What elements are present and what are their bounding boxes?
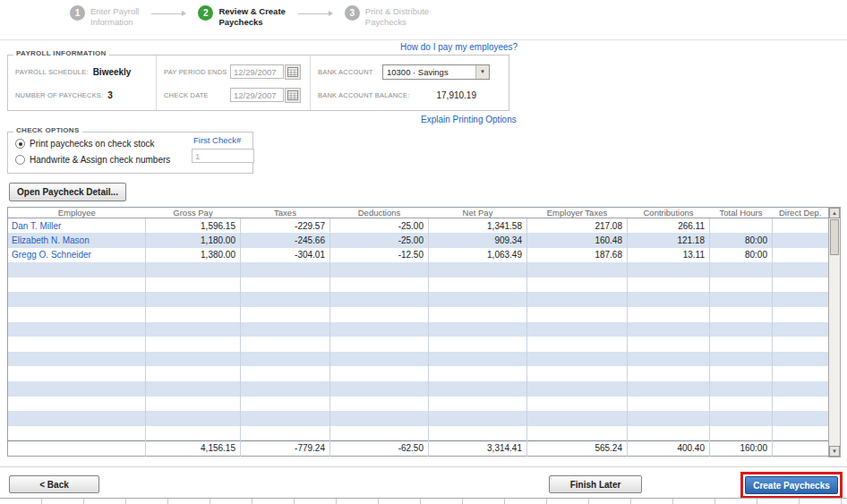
calendar-icon[interactable] <box>285 88 301 103</box>
empty-cell <box>710 292 773 307</box>
step-2-label: Review & Create Paychecks <box>218 5 285 29</box>
review-create-paychecks-window: 1 Enter Payroll Information 2 Review & C… <box>0 0 847 504</box>
pay-period-ends-input[interactable] <box>230 64 284 79</box>
check-date-input[interactable] <box>230 88 284 102</box>
empty-cell <box>628 397 710 412</box>
table-row[interactable]: Gregg O. Schneider 1,380.00 -304.01 -12.… <box>8 248 829 263</box>
table-row[interactable]: Elizabeth N. Mason 1,180.00 -245.66 -25.… <box>8 233 829 248</box>
open-paycheck-detail-button[interactable]: Open Paycheck Detail... <box>9 183 126 201</box>
table-row-empty[interactable] <box>8 366 829 381</box>
gross-pay-cell: 1,380.00 <box>146 248 241 263</box>
empty-cell <box>429 352 527 367</box>
empty-cell <box>8 307 146 322</box>
empty-cell <box>773 322 829 337</box>
finish-later-button[interactable]: Finish Later <box>549 475 642 493</box>
back-button[interactable]: < Back <box>9 475 99 493</box>
step-label-line2: Paychecks <box>218 17 262 27</box>
chevron-down-icon[interactable]: ▼ <box>475 65 489 79</box>
table-scrollbar[interactable]: ▲ ▼ <box>828 207 841 457</box>
employee-name-link[interactable]: Dan T. Miller <box>12 221 61 231</box>
empty-cell <box>8 411 146 426</box>
print-on-stock-radio[interactable] <box>15 139 25 149</box>
empty-cell <box>330 366 429 381</box>
step-review-create: 2 Review & Create Paychecks <box>198 5 285 29</box>
empty-cell <box>8 381 146 397</box>
footer-divider <box>0 466 847 467</box>
payroll-information-panel: PAYROLL INFORMATION PAYROLL SCHEDULE: Bi… <box>7 55 509 111</box>
table-row-empty[interactable] <box>8 337 829 352</box>
table-row-empty[interactable] <box>8 411 829 426</box>
calendar-icon[interactable] <box>285 64 301 80</box>
table-row-empty[interactable] <box>8 352 829 367</box>
empty-cell <box>241 322 330 337</box>
table-row-empty[interactable] <box>8 278 829 293</box>
table-row-empty[interactable] <box>8 426 829 441</box>
empty-cell <box>429 426 527 441</box>
step-print-distribute: 3 Print & Distribute Paychecks <box>345 5 429 29</box>
scroll-down-icon[interactable]: ▼ <box>829 446 840 457</box>
handwrite-option[interactable]: Handwrite & Assign check numbers <box>15 155 170 165</box>
step-label-line1: Review & Create <box>218 6 285 16</box>
empty-cell <box>710 322 773 337</box>
explain-printing-link[interactable]: Explain Printing Options <box>421 115 517 124</box>
direct-dep-total <box>773 440 829 456</box>
empty-cell <box>429 411 527 426</box>
empty-cell <box>527 411 628 426</box>
net-pay-total: 3,314.41 <box>429 440 527 456</box>
scrollbar-thumb[interactable] <box>830 219 839 255</box>
column-header-deductions: Deductions <box>330 208 429 218</box>
handwrite-radio[interactable] <box>15 155 25 165</box>
empty-cell <box>429 337 527 352</box>
empty-cell <box>241 262 330 278</box>
empty-cell <box>710 278 773 293</box>
print-on-stock-option[interactable]: Print paychecks on check stock <box>15 139 155 149</box>
step-label-line1: Enter Payroll <box>90 6 139 16</box>
table-row-empty[interactable] <box>8 322 829 337</box>
step-3-badge: 3 <box>345 5 360 21</box>
empty-cell <box>146 337 241 352</box>
empty-cell <box>330 307 429 322</box>
direct-dep-cell <box>773 248 829 263</box>
employee-name-link[interactable]: Gregg O. Schneider <box>12 250 91 260</box>
table-row-empty[interactable] <box>8 262 829 278</box>
empty-cell <box>773 426 829 441</box>
total-hours-cell: 80:00 <box>710 233 773 248</box>
deductions-cell: -25.00 <box>330 218 429 234</box>
check-options-panel: CHECK OPTIONS Print paychecks on check s… <box>7 132 253 174</box>
empty-cell <box>710 337 773 352</box>
empty-cell <box>8 352 146 367</box>
create-paychecks-button[interactable]: Create Paychecks <box>745 476 838 494</box>
table-row-empty[interactable] <box>8 292 829 307</box>
how-do-i-pay-link[interactable]: How do I pay my employees? <box>400 42 518 52</box>
empty-cell <box>710 411 773 426</box>
empty-cell <box>241 411 330 426</box>
empty-cell <box>330 262 429 278</box>
scroll-up-icon[interactable]: ▲ <box>829 208 840 218</box>
first-check-number-input[interactable] <box>192 149 254 163</box>
table-row-empty[interactable] <box>8 397 829 412</box>
table-header-row: Employee Gross Pay Taxes Deductions Net … <box>8 208 829 218</box>
empty-cell <box>146 307 241 322</box>
bank-account-select[interactable]: 10300 · Savings ▼ <box>382 64 490 80</box>
bank-account-label: BANK ACCOUNT <box>318 68 382 76</box>
step-1-label: Enter Payroll Information <box>90 5 139 29</box>
table-row[interactable]: Dan T. Miller 1,596.15 -229.57 -25.00 1,… <box>8 218 829 234</box>
empty-cell <box>628 278 710 293</box>
table-row-empty[interactable] <box>8 381 829 397</box>
empty-cell <box>710 426 773 441</box>
handwrite-label: Handwrite & Assign check numbers <box>30 155 170 165</box>
empty-cell <box>8 426 146 441</box>
employee-name-link[interactable]: Elizabeth N. Mason <box>12 235 90 245</box>
empty-cell <box>710 397 773 412</box>
empty-cell <box>773 262 829 278</box>
step-label-line2: Information <box>90 17 133 27</box>
empty-cell <box>241 366 330 381</box>
empty-cell <box>330 411 429 426</box>
empty-cell <box>773 381 829 397</box>
step-3-label: Print & Distribute Paychecks <box>365 5 429 29</box>
employer-taxes-cell: 217.08 <box>527 218 628 234</box>
empty-cell <box>146 366 241 381</box>
deductions-cell: -12.50 <box>330 248 429 263</box>
step-1-badge: 1 <box>70 5 85 21</box>
table-row-empty[interactable] <box>8 307 829 322</box>
